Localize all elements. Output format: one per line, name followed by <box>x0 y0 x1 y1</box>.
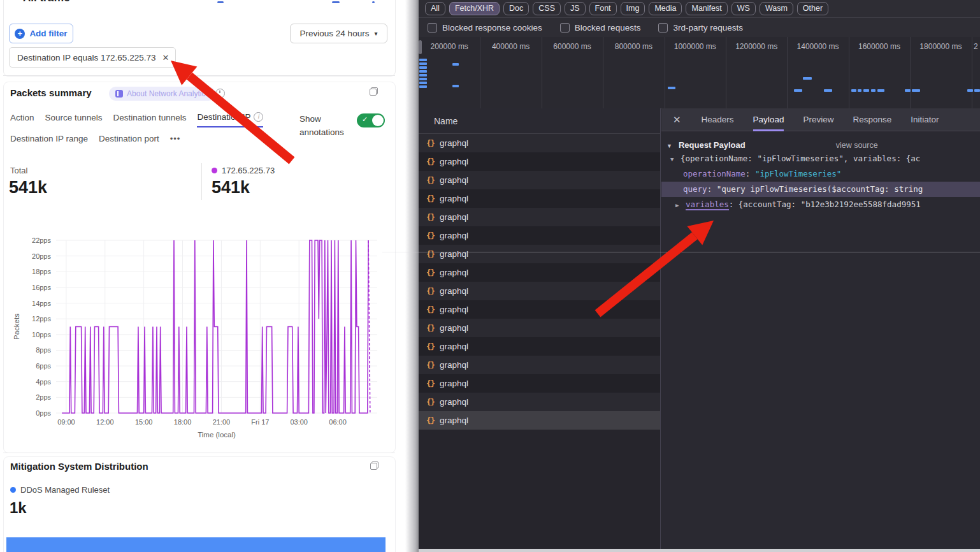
filter-chip-ws[interactable]: WS <box>731 2 756 15</box>
timeline-request-mark <box>419 82 427 84</box>
filter-chip-js[interactable]: JS <box>565 2 586 15</box>
timeline-gridline <box>787 37 788 108</box>
request-row-11[interactable]: {}graphql <box>419 337 660 356</box>
add-filter-button[interactable]: + Add filter <box>9 24 73 43</box>
filter-chip-manifest[interactable]: Manifest <box>686 2 727 15</box>
filter-chip-wasm[interactable]: Wasm <box>760 2 793 15</box>
timeline-request-mark <box>905 89 911 92</box>
detail-tab-payload[interactable]: Payload <box>753 108 784 131</box>
request-name: graphql <box>440 249 468 259</box>
show-annotations-toggle[interactable]: ✓ <box>357 113 385 127</box>
about-network-analytics-badge[interactable]: About Network Analytics <box>109 87 215 101</box>
filter-chip-other[interactable]: Other <box>797 2 828 15</box>
filter-chip[interactable]: Destination IP equals 172.65.225.73 ✕ <box>9 47 176 68</box>
detail-tab-headers[interactable]: Headers <box>702 108 734 131</box>
checkbox-icon[interactable] <box>428 23 437 33</box>
filter-chip-img[interactable]: Img <box>621 2 645 15</box>
detail-tab-preview[interactable]: Preview <box>803 108 833 131</box>
filter-chip-fetch-xhr[interactable]: Fetch/XHR <box>449 2 500 15</box>
payload-row-query[interactable]: query: "query ipFlowTimeseries($accountT… <box>661 182 980 197</box>
expand-panel-icon[interactable] <box>370 461 378 470</box>
tab-action[interactable]: Action <box>10 112 34 127</box>
payload-row-operationName[interactable]: operationName: "ipFlowTimeseries" <box>661 166 980 182</box>
filter-chip-all[interactable]: All <box>425 2 445 15</box>
timeline-request-mark <box>419 66 427 69</box>
request-row-2[interactable]: {}graphql <box>419 171 660 189</box>
tab-destination-tunnels[interactable]: Destination tunnels <box>113 112 187 127</box>
timeline-request-mark <box>863 89 869 92</box>
timeline-gridline <box>726 37 726 108</box>
svg-text:21:00: 21:00 <box>213 418 231 426</box>
request-list: Name {}graphql{}graphql{}graphql{}graphq… <box>419 108 661 549</box>
detail-tab-response[interactable]: Response <box>853 108 891 131</box>
payload-row-variables[interactable]: ▶variables: {accountTag: "b12e3b2192ee55… <box>661 197 980 212</box>
svg-text:14pps: 14pps <box>32 300 51 307</box>
time-range-dropdown[interactable]: Previous 24 hours ▾ <box>290 24 387 43</box>
timeline-request-mark <box>419 74 427 76</box>
chevron-down-icon: ▾ <box>374 30 377 37</box>
name-column-header[interactable]: Name <box>419 108 660 134</box>
timeline-request-mark <box>419 78 427 80</box>
request-row-0[interactable]: {}graphql <box>419 134 660 152</box>
checkbox-icon[interactable] <box>658 23 668 33</box>
checkbox-blocked-response-cookies[interactable]: Blocked response cookies <box>428 23 542 33</box>
detail-tab-initiator[interactable]: Initiator <box>911 108 939 131</box>
filter-chip-font[interactable]: Font <box>589 2 617 15</box>
expand-panel-icon[interactable] <box>370 87 378 96</box>
request-row-9[interactable]: {}graphql <box>419 300 660 319</box>
close-icon[interactable]: ✕ <box>673 114 681 126</box>
filter-chip-media[interactable]: Media <box>649 2 682 15</box>
json-braces-icon: {} <box>426 397 435 407</box>
payload-preview-line[interactable]: ▼{operationName: "ipFlowTimeseries", var… <box>661 151 980 166</box>
clock-icon[interactable] <box>215 89 225 98</box>
checkbox-icon[interactable] <box>560 23 570 33</box>
request-row-10[interactable]: {}graphql <box>419 319 660 337</box>
timeline-tick: 2 <box>974 42 978 51</box>
svg-text:16pps: 16pps <box>32 284 51 291</box>
request-name: graphql <box>440 286 468 296</box>
request-row-12[interactable]: {}graphql <box>419 356 660 374</box>
timeline-request-mark <box>452 85 459 87</box>
caret-down-icon[interactable]: ▼ <box>670 152 681 166</box>
remove-filter-icon[interactable]: ✕ <box>162 53 169 62</box>
request-row-3[interactable]: {}graphql <box>419 189 660 208</box>
request-row-8[interactable]: {}graphql <box>419 282 660 300</box>
timeline-handle[interactable] <box>419 40 422 54</box>
request-row-15[interactable]: {}graphql <box>419 411 660 430</box>
svg-text:18pps: 18pps <box>32 268 51 275</box>
filter-chip-css[interactable]: CSS <box>533 2 561 15</box>
view-source-link[interactable]: view source <box>836 141 878 150</box>
tab-destination-ip-range[interactable]: Destination IP range <box>10 134 88 148</box>
checkbox-blocked-requests[interactable]: Blocked requests <box>560 23 641 33</box>
request-row-1[interactable]: {}graphql <box>419 152 660 171</box>
timeline-tick: 1800000 ms <box>919 42 962 51</box>
json-braces-icon: {} <box>426 249 435 259</box>
network-timeline-overview[interactable]: 200000 ms400000 ms600000 ms800000 ms1000… <box>419 37 980 109</box>
tab-source-tunnels[interactable]: Source tunnels <box>45 112 103 127</box>
request-payload-title: Request Payload <box>679 140 746 150</box>
json-braces-icon: {} <box>426 305 435 314</box>
tab-destination-port[interactable]: Destination port <box>99 134 159 148</box>
filter-chip-doc[interactable]: Doc <box>503 2 529 15</box>
json-braces-icon: {} <box>426 342 435 351</box>
window-edge-shadow <box>405 0 419 552</box>
more-tabs-button[interactable]: ••• <box>170 134 181 148</box>
timeline-request-mark <box>794 89 802 92</box>
mitigation-bar <box>6 537 386 552</box>
request-row-13[interactable]: {}graphql <box>419 374 660 393</box>
tab-destination-ip[interactable]: Destination IPi <box>197 112 263 127</box>
request-row-14[interactable]: {}graphql <box>419 393 660 411</box>
total-label: Total <box>10 166 27 175</box>
request-row-6[interactable]: {}graphql <box>419 245 660 263</box>
timeline-request-mark <box>419 59 427 61</box>
request-name: graphql <box>440 416 468 425</box>
show-annotations-label: Show annotations <box>299 112 357 139</box>
checkbox-3rd-party-requests[interactable]: 3rd-party requests <box>658 23 743 33</box>
request-row-4[interactable]: {}graphql <box>419 208 660 226</box>
plus-icon: + <box>15 29 25 39</box>
caret-right-icon[interactable]: ▶ <box>675 198 686 212</box>
collapse-caret-icon[interactable]: ▼ <box>667 143 672 149</box>
stat-divider <box>201 163 202 200</box>
request-row-7[interactable]: {}graphql <box>419 263 660 282</box>
request-row-5[interactable]: {}graphql <box>419 226 660 245</box>
